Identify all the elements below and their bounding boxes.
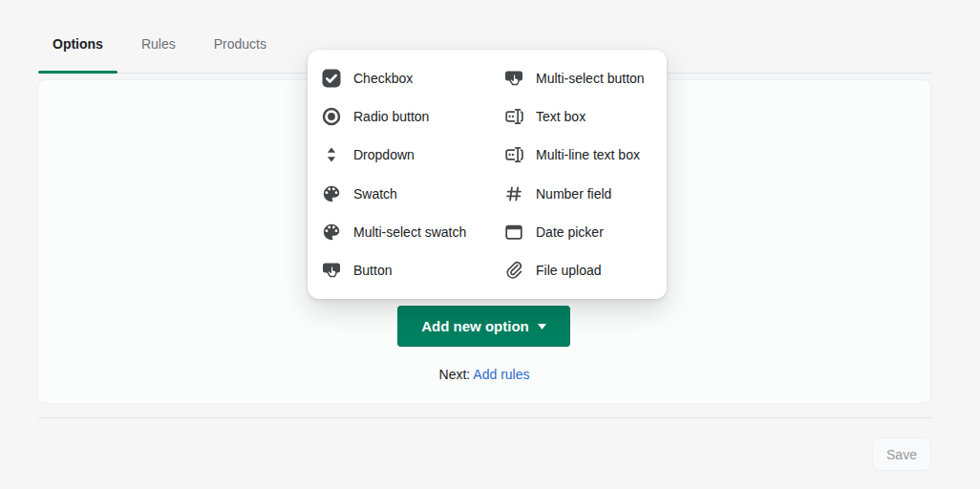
button-icon: [321, 260, 342, 281]
menu-item-label: Swatch: [353, 186, 397, 202]
menu-item-label: Radio button: [353, 109, 429, 124]
menu-item-file-upload[interactable]: File upload: [487, 251, 667, 289]
tab-rules[interactable]: Rules: [127, 15, 190, 73]
option-type-popover: Checkbox Radio button Dropdown Swatch: [308, 50, 667, 299]
tab-products-label: Products: [214, 36, 266, 52]
menu-item-multi-select-swatch[interactable]: Multi-select swatch: [308, 213, 487, 251]
textbox-icon: [503, 144, 524, 165]
menu-item-radio-button[interactable]: Radio button: [308, 97, 487, 136]
menu-item-date-picker[interactable]: Date picker: [487, 213, 667, 251]
menu-item-label: Dropdown: [353, 147, 415, 162]
calendar-icon: [503, 222, 524, 243]
menu-item-checkbox[interactable]: Checkbox: [308, 59, 487, 97]
menu-item-label: Text box: [536, 109, 586, 124]
tab-options[interactable]: Options: [38, 15, 117, 73]
paperclip-icon: [503, 260, 524, 281]
swatch-icon: [321, 183, 342, 204]
add-new-option-label: Add new option: [421, 318, 528, 334]
save-button-label: Save: [886, 447, 917, 462]
menu-item-label: Multi-line text box: [536, 147, 640, 162]
menu-item-text-box[interactable]: Text box: [487, 97, 667, 136]
menu-item-label: File upload: [536, 263, 602, 278]
menu-item-dropdown[interactable]: Dropdown: [308, 136, 487, 174]
save-button[interactable]: Save: [872, 437, 931, 471]
menu-item-label: Number field: [536, 186, 611, 202]
tab-rules-label: Rules: [141, 36, 176, 52]
next-label: Next:: [439, 367, 471, 382]
textbox-icon: [503, 106, 524, 127]
menu-item-number-field[interactable]: Number field: [487, 175, 667, 213]
menu-item-label: Date picker: [536, 224, 604, 240]
footer-divider: [38, 417, 931, 418]
page: Options Rules Products Checkbox Radio bu…: [0, 0, 980, 489]
checkbox-icon: [321, 68, 342, 89]
button-icon: [503, 68, 524, 89]
menu-item-swatch[interactable]: Swatch: [308, 175, 487, 213]
tab-options-label: Options: [53, 36, 103, 52]
menu-item-button[interactable]: Button: [308, 251, 487, 289]
add-rules-link[interactable]: Add rules: [473, 367, 529, 382]
chevron-down-icon: [538, 324, 546, 330]
active-tab-underline: [38, 71, 117, 74]
swatch-icon: [321, 222, 342, 243]
menu-item-multi-line-text-box[interactable]: Multi-line text box: [487, 136, 667, 174]
menu-item-label: Button: [353, 263, 392, 278]
next-step-line: Next: Add rules: [37, 367, 931, 382]
tab-products[interactable]: Products: [200, 15, 281, 73]
menu-item-label: Multi-select swatch: [353, 224, 466, 240]
number-icon: [503, 183, 524, 204]
dropdown-icon: [321, 144, 342, 165]
add-new-option-button[interactable]: Add new option: [397, 306, 570, 347]
menu-item-label: Multi-select button: [536, 71, 645, 86]
menu-item-label: Checkbox: [353, 71, 413, 86]
radio-icon: [321, 106, 342, 127]
menu-item-multi-select-button[interactable]: Multi-select button: [487, 59, 667, 97]
